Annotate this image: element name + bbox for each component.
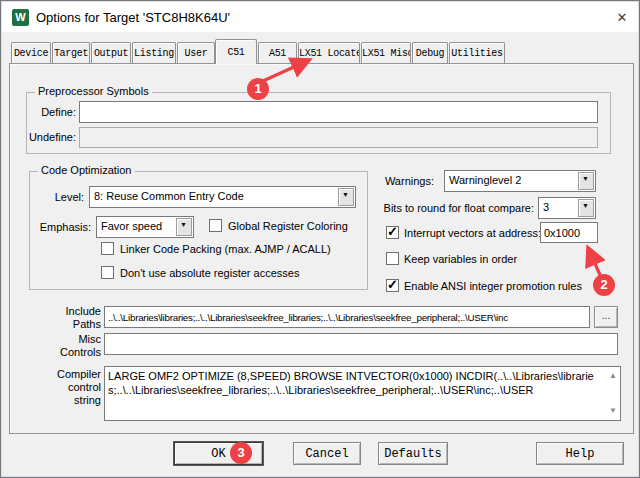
annotation-step-3: 3: [230, 442, 252, 464]
warnings-dropdown[interactable]: Warninglevel 2: [444, 170, 596, 192]
close-icon[interactable]: ✕: [612, 9, 632, 27]
ansi-promotion-label: Enable ANSI integer promotion rules: [404, 280, 582, 293]
annotation-step-2: 2: [593, 274, 615, 296]
cancel-button[interactable]: Cancel: [293, 442, 361, 465]
tab-device[interactable]: Device: [11, 42, 51, 63]
interrupt-address-input[interactable]: [540, 222, 598, 243]
level-value: 8: Reuse Common Entry Code: [94, 190, 244, 202]
dropdown-arrow-icon[interactable]: [578, 172, 594, 190]
misc-controls-input[interactable]: [104, 333, 618, 355]
help-button[interactable]: Help: [536, 442, 624, 465]
annotation-step-1: 1: [247, 78, 269, 100]
options-dialog: W Options for Target 'STC8H8K64U' ✕ Devi…: [0, 0, 640, 478]
include-paths-input[interactable]: [104, 306, 590, 328]
linker-code-packing-label: Linker Code Packing (max. AJMP / ACALL): [120, 243, 331, 256]
tab-debug[interactable]: Debug: [412, 42, 448, 63]
include-paths-label: Include Paths: [41, 305, 101, 331]
dialog-title: Options for Target 'STC8H8K64U': [36, 10, 230, 25]
misc-controls-label: Misc Controls: [41, 333, 101, 359]
level-label: Level:: [34, 191, 84, 204]
undefine-input: [79, 127, 598, 148]
emphasis-value: Favor speed: [101, 220, 162, 232]
bits-round-dropdown[interactable]: 3: [538, 197, 596, 219]
linker-code-packing-checkbox[interactable]: [101, 242, 114, 255]
keep-variables-checkbox[interactable]: [386, 252, 399, 265]
tab-user[interactable]: User: [177, 42, 215, 63]
tab-output[interactable]: Output: [91, 42, 131, 63]
ansi-promotion-checkbox[interactable]: [386, 279, 399, 292]
level-dropdown[interactable]: 8: Reuse Common Entry Code: [89, 186, 356, 208]
tab-c51[interactable]: C51: [215, 39, 257, 64]
define-input[interactable]: [79, 101, 598, 123]
warnings-value: Warninglevel 2: [449, 174, 521, 186]
scroll-up-icon[interactable]: ▲: [609, 372, 617, 380]
global-register-coloring-label: Global Register Coloring: [228, 220, 348, 233]
global-register-coloring-checkbox[interactable]: [209, 219, 222, 232]
preprocessor-symbols-title: Preprocessor Symbols: [35, 85, 152, 97]
dropdown-arrow-icon[interactable]: [578, 199, 594, 217]
compiler-control-string-label: Compiler control string: [41, 368, 101, 407]
bits-round-label: Bits to round for float compare:: [380, 202, 534, 215]
tab-target[interactable]: Target: [52, 42, 90, 63]
include-paths-browse-button[interactable]: ...: [594, 306, 618, 328]
title-bar: W Options for Target 'STC8H8K64U' ✕: [2, 2, 638, 32]
defaults-button[interactable]: Defaults: [378, 442, 448, 465]
no-abs-register-label: Don't use absolute register accesses: [120, 267, 299, 280]
no-abs-register-checkbox[interactable]: [101, 266, 114, 279]
interrupt-vectors-checkbox[interactable]: [386, 226, 399, 239]
compiler-control-string-text: LARGE OMF2 OPTIMIZE (8,SPEED) BROWSE INT…: [108, 369, 604, 418]
compiler-control-string-box[interactable]: LARGE OMF2 OPTIMIZE (8,SPEED) BROWSE INT…: [104, 366, 621, 421]
interrupt-vectors-label: Interrupt vectors at address:: [404, 227, 541, 240]
undefine-label: Undefine:: [21, 131, 76, 144]
tab-lx51-misc[interactable]: LX51 Misc: [361, 42, 411, 63]
warnings-label: Warnings:: [379, 175, 434, 188]
define-label: Define:: [21, 106, 76, 119]
tab-listing[interactable]: Listing: [132, 42, 176, 63]
bits-round-value: 3: [543, 201, 549, 213]
tab-utilities[interactable]: Utilities: [449, 42, 505, 63]
code-optimization-title: Code Optimization: [38, 164, 135, 176]
keep-variables-label: Keep variables in order: [404, 253, 517, 266]
tab-lx51-locate[interactable]: LX51 Locate: [298, 42, 360, 63]
keil-app-icon: W: [12, 9, 29, 26]
emphasis-label: Emphasis:: [29, 221, 91, 234]
scroll-down-icon[interactable]: ▼: [609, 407, 617, 415]
dropdown-arrow-icon[interactable]: [176, 218, 192, 236]
tab-a51[interactable]: A51: [258, 42, 297, 63]
dropdown-arrow-icon[interactable]: [338, 188, 354, 206]
emphasis-dropdown[interactable]: Favor speed: [96, 216, 194, 238]
